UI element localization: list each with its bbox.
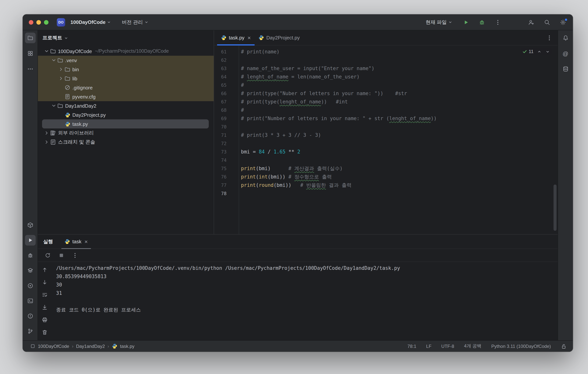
code-line[interactable] [241, 56, 558, 64]
tree-item-pyvenv.cfg[interactable]: pyvenv.cfg [38, 92, 214, 101]
close-tab-icon[interactable]: × [84, 239, 88, 245]
code-line[interactable] [241, 139, 558, 148]
down-the-stack-trace-button[interactable] [40, 278, 49, 287]
run-button[interactable] [25, 235, 35, 246]
line-number[interactable]: 67 [214, 98, 227, 106]
database-button[interactable] [560, 64, 571, 74]
tree-item-외부 라이브러리[interactable]: 외부 라이브러리 [38, 128, 214, 138]
version-control-button[interactable] [25, 326, 35, 336]
tree-item-.gitignore[interactable]: .gitignore [38, 83, 214, 92]
line-number[interactable]: 70 [214, 123, 227, 131]
chevron-down-icon[interactable] [43, 48, 50, 54]
chevron-right-icon[interactable] [43, 139, 50, 145]
lock-icon[interactable] [561, 343, 567, 349]
code-line[interactable] [241, 156, 558, 164]
python-packages-button[interactable] [25, 220, 35, 230]
tab-options-button[interactable] [545, 33, 554, 43]
up-the-stack-trace-button[interactable] [40, 265, 49, 274]
code-line[interactable]: print(round(bmi)) # 반올림한 결과 출력 [241, 181, 558, 190]
code-area[interactable]: # print(name) # name_of_the_user = input… [239, 45, 558, 234]
run-tab-task[interactable]: task × [61, 235, 91, 249]
file-encoding[interactable]: UTF-8 [441, 343, 454, 349]
code-line[interactable]: # print(3 * 3 + 3 // 3 - 3) [241, 131, 558, 139]
tree-item-Day1andDay2[interactable]: Day1andDay2 [38, 101, 214, 110]
chevron-right-icon[interactable] [58, 66, 64, 72]
chevron-down-icon[interactable] [50, 103, 57, 109]
code-with-me-button[interactable] [527, 18, 536, 27]
line-number[interactable]: 68 [214, 106, 227, 114]
project-panel-header[interactable]: 프로젝트 [38, 30, 214, 45]
run-button[interactable] [462, 18, 471, 27]
line-number[interactable]: 66 [214, 89, 227, 98]
code-line[interactable]: # lenght_of_name = len(name_of_the_user) [241, 73, 558, 81]
settings-button[interactable] [558, 18, 567, 27]
next-problem-icon[interactable] [545, 49, 550, 54]
code-line[interactable]: # print(type("Nuber of letters in your n… [241, 89, 558, 98]
terminal-button[interactable] [25, 296, 35, 306]
debug-button[interactable] [477, 18, 486, 27]
clear-all-button[interactable] [40, 328, 49, 337]
indent-style[interactable]: 4개 공백 [464, 343, 482, 349]
editor-gutter[interactable]: 616263646566676869707172737475767778 [214, 45, 239, 234]
python-interpreter[interactable]: Python 3.11 (100DayOfCode) [491, 343, 551, 349]
debug-button[interactable] [25, 250, 35, 261]
line-number[interactable]: 77 [214, 181, 227, 190]
line-number[interactable]: 72 [214, 139, 227, 148]
line-number[interactable]: 71 [214, 131, 227, 139]
line-number[interactable]: 69 [214, 114, 227, 123]
tree-item-task.py[interactable]: task.py [38, 119, 214, 128]
line-number[interactable]: 73 [214, 148, 227, 156]
tree-item-100DayOfCode[interactable]: 100DayOfCode~/PycharmProjects/100DayOfCo… [38, 47, 214, 56]
notifications-button[interactable] [560, 32, 571, 43]
tree-item-lib[interactable]: lib [38, 74, 214, 83]
editor-scrollbar[interactable] [554, 184, 556, 231]
more-tools-button[interactable] [25, 64, 35, 74]
tree-item-Day2Project.py[interactable]: Day2Project.py [38, 110, 214, 119]
structure-button[interactable] [25, 48, 35, 59]
breadcrumb-item[interactable]: task.py [120, 343, 135, 349]
code-line[interactable]: print(int(bmi)) # 정수형으로 출력 [241, 173, 558, 181]
code-line[interactable] [241, 123, 558, 131]
editor-tab-Day2Project.py[interactable]: Day2Project.py [255, 30, 304, 45]
zoom-window-button[interactable] [44, 20, 49, 24]
services-button[interactable] [25, 265, 35, 276]
tree-item-스크래치 및 콘솔[interactable]: 스크래치 및 콘솔 [38, 138, 214, 147]
editor-tab-task.py[interactable]: task.py× [217, 30, 255, 45]
code-line[interactable]: # [241, 81, 558, 89]
line-number[interactable]: 76 [214, 173, 227, 181]
code-line[interactable]: # print(name) [241, 48, 558, 56]
code-line[interactable]: # print("Number of letters in your name:… [241, 114, 558, 123]
caret-position[interactable]: 78:1 [408, 343, 416, 349]
close-tab-icon[interactable]: × [247, 35, 251, 41]
breadcrumb-item[interactable]: Day1andDay2 [76, 343, 105, 349]
tree-item-.venv[interactable]: .venv [38, 56, 214, 65]
chevron-down-icon[interactable] [50, 57, 57, 63]
code-line[interactable] [241, 190, 558, 198]
problems-button[interactable] [25, 311, 35, 321]
run-anything-button[interactable] [25, 280, 35, 291]
line-number[interactable]: 65 [214, 81, 227, 89]
search-everywhere-button[interactable] [543, 18, 552, 27]
tree-item-bin[interactable]: bin [38, 65, 214, 74]
chevron-right-icon[interactable] [58, 75, 64, 82]
previous-problem-icon[interactable] [537, 49, 542, 54]
line-number[interactable]: 64 [214, 73, 227, 81]
close-window-button[interactable] [29, 20, 33, 24]
line-number[interactable]: 74 [214, 156, 227, 164]
vcs-menu[interactable]: 버전 관리 [120, 17, 151, 27]
project-folder-button[interactable] [25, 32, 35, 43]
rerun-button[interactable] [43, 251, 52, 259]
run-more-options-button[interactable] [71, 251, 79, 259]
minimize-window-button[interactable] [36, 20, 41, 24]
soft-wrap-button[interactable] [40, 290, 49, 299]
run-configuration-selector[interactable]: 현재 파일 [423, 17, 455, 27]
line-number[interactable]: 62 [214, 56, 227, 64]
line-separator[interactable]: LF [426, 343, 431, 349]
breadcrumb-item[interactable]: 100DayOfCode [38, 343, 69, 349]
inspections-widget[interactable]: 11 [520, 48, 552, 55]
code-line[interactable]: bmi = 84 / 1.65 ** 2 [241, 148, 558, 156]
code-line[interactable]: # [241, 106, 558, 114]
code-line[interactable]: # name_of_the_user = input("Enter your n… [241, 64, 558, 73]
print-button[interactable] [40, 315, 49, 324]
ai-assistant-button[interactable]: @ [560, 48, 571, 59]
